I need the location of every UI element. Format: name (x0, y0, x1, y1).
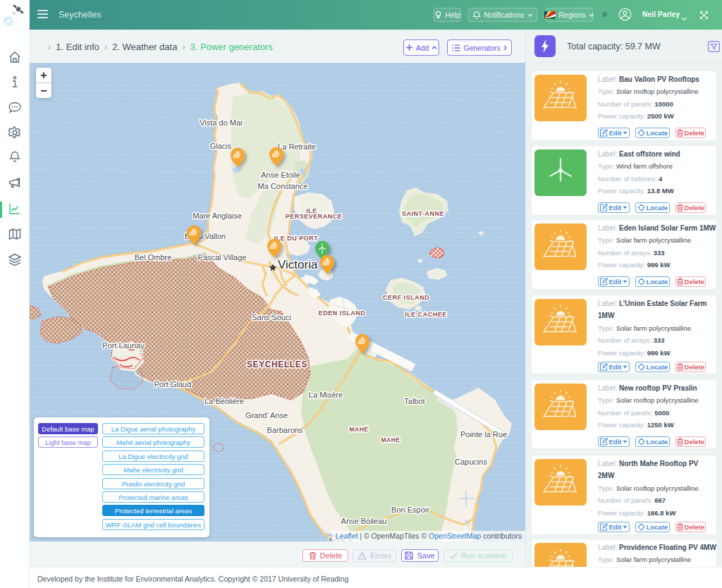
svg-text:Barbarons: Barbarons (267, 426, 303, 434)
svg-text:Ma Constance: Ma Constance (258, 182, 308, 190)
svg-text:SEYCHELLES: SEYCHELLES (247, 360, 307, 369)
svg-text:ILE DU PORT: ILE DU PORT (274, 235, 319, 242)
svg-text:Pointe la Rue: Pointe la Rue (460, 430, 507, 439)
svg-text:PERSEVERANCE: PERSEVERANCE (286, 213, 343, 220)
svg-text:La Misère: La Misère (309, 391, 343, 399)
svg-text:Glacis: Glacis (210, 142, 232, 150)
svg-text:Anse Boileau: Anse Boileau (341, 517, 387, 525)
svg-text:EDEN ISLAND: EDEN ISLAND (319, 310, 366, 317)
svg-text:Anse Etoile: Anse Etoile (261, 171, 300, 179)
svg-text:La Béolière: La Béolière (204, 397, 244, 405)
svg-text:Mare Anglaise: Mare Anglaise (192, 212, 242, 220)
svg-text:Victoria: Victoria (278, 258, 318, 271)
svg-text:MAHÉ: MAHÉ (381, 436, 400, 443)
svg-text:Port Launay: Port Launay (102, 341, 145, 350)
svg-text:SAINT-ANNE: SAINT-ANNE (402, 210, 444, 217)
svg-text:Grand' Anse: Grand' Anse (245, 411, 288, 419)
svg-text:Talbot: Talbot (404, 397, 424, 405)
svg-text:MAHÉ: MAHÉ (349, 426, 368, 433)
svg-text:La Retraite: La Retraite (278, 142, 316, 151)
svg-text:Vista do Mar: Vista do Mar (200, 118, 243, 127)
svg-text:Bon Espoir: Bon Espoir (391, 506, 429, 514)
svg-text:Pascal Village: Pascal Village (198, 253, 247, 262)
svg-text:Sans Souci: Sans Souci (252, 313, 291, 321)
svg-text:Capucins: Capucins (455, 458, 487, 466)
svg-text:Port Glaud: Port Glaud (154, 380, 192, 388)
svg-text:CERF ISLAND: CERF ISLAND (383, 294, 429, 301)
svg-text:ILE CACHEE: ILE CACHEE (405, 311, 447, 318)
svg-text:Bel Ombre: Bel Ombre (135, 253, 172, 262)
